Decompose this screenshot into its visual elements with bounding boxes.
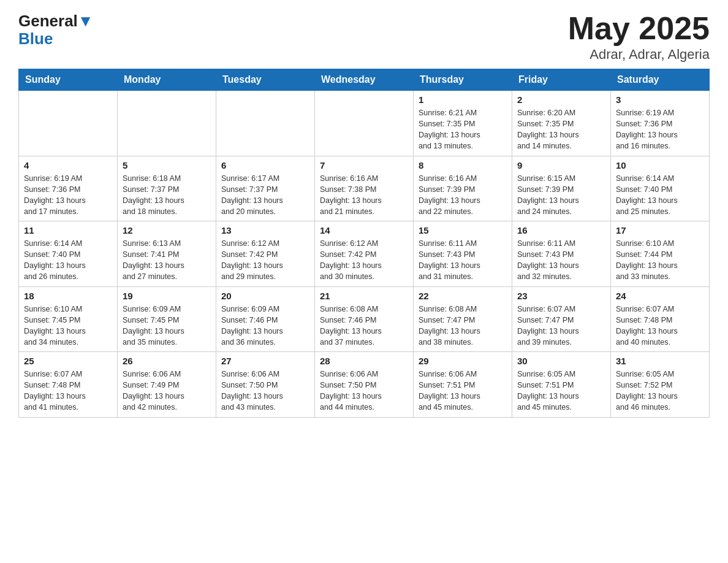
day-number: 11 bbox=[24, 225, 112, 236]
weekday-header-tuesday: Tuesday bbox=[216, 69, 315, 91]
week-row-2: 4Sunrise: 6:19 AMSunset: 7:36 PMDaylight… bbox=[19, 156, 710, 221]
day-info: Sunrise: 6:06 AMSunset: 7:49 PMDaylight:… bbox=[123, 369, 211, 413]
calendar-cell: 8Sunrise: 6:16 AMSunset: 7:39 PMDaylight… bbox=[414, 156, 512, 221]
calendar-cell: 22Sunrise: 6:08 AMSunset: 7:47 PMDayligh… bbox=[414, 286, 512, 352]
logo-blue-text: Blue bbox=[18, 29, 53, 48]
day-info: Sunrise: 6:16 AMSunset: 7:38 PMDaylight:… bbox=[320, 173, 408, 218]
day-number: 30 bbox=[517, 356, 605, 366]
calendar-cell bbox=[315, 91, 414, 156]
day-number: 21 bbox=[320, 291, 408, 301]
day-info: Sunrise: 6:13 AMSunset: 7:41 PMDaylight:… bbox=[123, 238, 211, 283]
day-number: 25 bbox=[24, 356, 112, 366]
calendar-cell: 20Sunrise: 6:09 AMSunset: 7:46 PMDayligh… bbox=[216, 286, 315, 352]
day-info: Sunrise: 6:20 AMSunset: 7:35 PMDaylight:… bbox=[517, 107, 605, 152]
day-info: Sunrise: 6:06 AMSunset: 7:51 PMDaylight:… bbox=[419, 369, 507, 413]
week-row-3: 11Sunrise: 6:14 AMSunset: 7:40 PMDayligh… bbox=[19, 221, 710, 287]
calendar-cell: 21Sunrise: 6:08 AMSunset: 7:46 PMDayligh… bbox=[315, 286, 414, 352]
day-info: Sunrise: 6:11 AMSunset: 7:43 PMDaylight:… bbox=[517, 238, 605, 283]
calendar-cell: 2Sunrise: 6:20 AMSunset: 7:35 PMDaylight… bbox=[512, 91, 611, 156]
day-number: 28 bbox=[320, 356, 408, 366]
day-number: 5 bbox=[123, 160, 211, 170]
calendar-cell: 9Sunrise: 6:15 AMSunset: 7:39 PMDaylight… bbox=[512, 156, 611, 221]
day-info: Sunrise: 6:10 AMSunset: 7:45 PMDaylight:… bbox=[24, 304, 112, 348]
day-number: 13 bbox=[221, 225, 309, 236]
day-info: Sunrise: 6:07 AMSunset: 7:47 PMDaylight:… bbox=[517, 304, 605, 348]
calendar-cell: 29Sunrise: 6:06 AMSunset: 7:51 PMDayligh… bbox=[414, 352, 512, 418]
day-info: Sunrise: 6:05 AMSunset: 7:51 PMDaylight:… bbox=[517, 369, 605, 413]
calendar-cell bbox=[19, 91, 118, 156]
header: General▼ Blue May 2025 Adrar, Adrar, Alg… bbox=[18, 12, 710, 63]
day-number: 12 bbox=[123, 225, 211, 236]
day-number: 23 bbox=[517, 291, 605, 301]
day-info: Sunrise: 6:19 AMSunset: 7:36 PMDaylight:… bbox=[616, 107, 704, 152]
week-row-1: 1Sunrise: 6:21 AMSunset: 7:35 PMDaylight… bbox=[19, 91, 710, 156]
day-number: 16 bbox=[517, 225, 605, 236]
calendar-cell: 23Sunrise: 6:07 AMSunset: 7:47 PMDayligh… bbox=[512, 286, 611, 352]
calendar-cell: 3Sunrise: 6:19 AMSunset: 7:36 PMDaylight… bbox=[611, 91, 710, 156]
calendar-cell: 10Sunrise: 6:14 AMSunset: 7:40 PMDayligh… bbox=[611, 156, 710, 221]
calendar-cell bbox=[118, 91, 216, 156]
location: Adrar, Adrar, Algeria bbox=[568, 47, 710, 63]
day-info: Sunrise: 6:12 AMSunset: 7:42 PMDaylight:… bbox=[221, 238, 309, 283]
calendar-cell: 1Sunrise: 6:21 AMSunset: 7:35 PMDaylight… bbox=[414, 91, 512, 156]
day-number: 20 bbox=[221, 291, 309, 301]
weekday-header-row: SundayMondayTuesdayWednesdayThursdayFrid… bbox=[19, 69, 710, 91]
day-info: Sunrise: 6:18 AMSunset: 7:37 PMDaylight:… bbox=[123, 173, 211, 218]
calendar-cell: 11Sunrise: 6:14 AMSunset: 7:40 PMDayligh… bbox=[19, 221, 118, 287]
day-info: Sunrise: 6:06 AMSunset: 7:50 PMDaylight:… bbox=[221, 369, 309, 413]
logo: General▼ Blue bbox=[18, 12, 94, 47]
calendar-cell: 5Sunrise: 6:18 AMSunset: 7:37 PMDaylight… bbox=[118, 156, 216, 221]
calendar-cell bbox=[216, 91, 315, 156]
logo-text: General▼ bbox=[18, 12, 94, 30]
calendar-cell: 28Sunrise: 6:06 AMSunset: 7:50 PMDayligh… bbox=[315, 352, 414, 418]
logo-triangle-icon: ▼ bbox=[78, 12, 94, 30]
title-block: May 2025 Adrar, Adrar, Algeria bbox=[568, 12, 710, 63]
month-year: May 2025 bbox=[568, 12, 710, 44]
calendar-cell: 19Sunrise: 6:09 AMSunset: 7:45 PMDayligh… bbox=[118, 286, 216, 352]
day-number: 6 bbox=[221, 160, 309, 170]
day-number: 24 bbox=[616, 291, 704, 301]
day-info: Sunrise: 6:09 AMSunset: 7:45 PMDaylight:… bbox=[123, 304, 211, 348]
day-number: 29 bbox=[419, 356, 507, 366]
day-number: 4 bbox=[24, 160, 112, 170]
calendar-cell: 6Sunrise: 6:17 AMSunset: 7:37 PMDaylight… bbox=[216, 156, 315, 221]
day-number: 3 bbox=[616, 94, 704, 105]
calendar-cell: 31Sunrise: 6:05 AMSunset: 7:52 PMDayligh… bbox=[611, 352, 710, 418]
day-number: 27 bbox=[221, 356, 309, 366]
week-row-5: 25Sunrise: 6:07 AMSunset: 7:48 PMDayligh… bbox=[19, 352, 710, 418]
day-info: Sunrise: 6:12 AMSunset: 7:42 PMDaylight:… bbox=[320, 238, 408, 283]
day-info: Sunrise: 6:08 AMSunset: 7:46 PMDaylight:… bbox=[320, 304, 408, 348]
day-info: Sunrise: 6:08 AMSunset: 7:47 PMDaylight:… bbox=[419, 304, 507, 348]
weekday-header-thursday: Thursday bbox=[414, 69, 512, 91]
day-info: Sunrise: 6:19 AMSunset: 7:36 PMDaylight:… bbox=[24, 173, 112, 218]
weekday-header-monday: Monday bbox=[118, 69, 216, 91]
day-info: Sunrise: 6:14 AMSunset: 7:40 PMDaylight:… bbox=[616, 173, 704, 218]
day-number: 10 bbox=[616, 160, 704, 170]
day-info: Sunrise: 6:10 AMSunset: 7:44 PMDaylight:… bbox=[616, 238, 704, 283]
day-info: Sunrise: 6:17 AMSunset: 7:37 PMDaylight:… bbox=[221, 173, 309, 218]
day-number: 9 bbox=[517, 160, 605, 170]
day-info: Sunrise: 6:06 AMSunset: 7:50 PMDaylight:… bbox=[320, 369, 408, 413]
calendar-cell: 7Sunrise: 6:16 AMSunset: 7:38 PMDaylight… bbox=[315, 156, 414, 221]
calendar-cell: 27Sunrise: 6:06 AMSunset: 7:50 PMDayligh… bbox=[216, 352, 315, 418]
calendar-cell: 24Sunrise: 6:07 AMSunset: 7:48 PMDayligh… bbox=[611, 286, 710, 352]
day-number: 15 bbox=[419, 225, 507, 236]
calendar-cell: 26Sunrise: 6:06 AMSunset: 7:49 PMDayligh… bbox=[118, 352, 216, 418]
calendar: SundayMondayTuesdayWednesdayThursdayFrid… bbox=[18, 69, 710, 418]
day-info: Sunrise: 6:07 AMSunset: 7:48 PMDaylight:… bbox=[24, 369, 112, 413]
day-info: Sunrise: 6:07 AMSunset: 7:48 PMDaylight:… bbox=[616, 304, 704, 348]
weekday-header-wednesday: Wednesday bbox=[315, 69, 414, 91]
day-number: 1 bbox=[419, 94, 507, 105]
week-row-4: 18Sunrise: 6:10 AMSunset: 7:45 PMDayligh… bbox=[19, 286, 710, 352]
day-info: Sunrise: 6:11 AMSunset: 7:43 PMDaylight:… bbox=[419, 238, 507, 283]
weekday-header-friday: Friday bbox=[512, 69, 611, 91]
calendar-cell: 18Sunrise: 6:10 AMSunset: 7:45 PMDayligh… bbox=[19, 286, 118, 352]
day-number: 7 bbox=[320, 160, 408, 170]
day-info: Sunrise: 6:16 AMSunset: 7:39 PMDaylight:… bbox=[419, 173, 507, 218]
day-info: Sunrise: 6:14 AMSunset: 7:40 PMDaylight:… bbox=[24, 238, 112, 283]
day-number: 8 bbox=[419, 160, 507, 170]
weekday-header-sunday: Sunday bbox=[19, 69, 118, 91]
day-number: 19 bbox=[123, 291, 211, 301]
day-info: Sunrise: 6:21 AMSunset: 7:35 PMDaylight:… bbox=[419, 107, 507, 152]
calendar-cell: 25Sunrise: 6:07 AMSunset: 7:48 PMDayligh… bbox=[19, 352, 118, 418]
